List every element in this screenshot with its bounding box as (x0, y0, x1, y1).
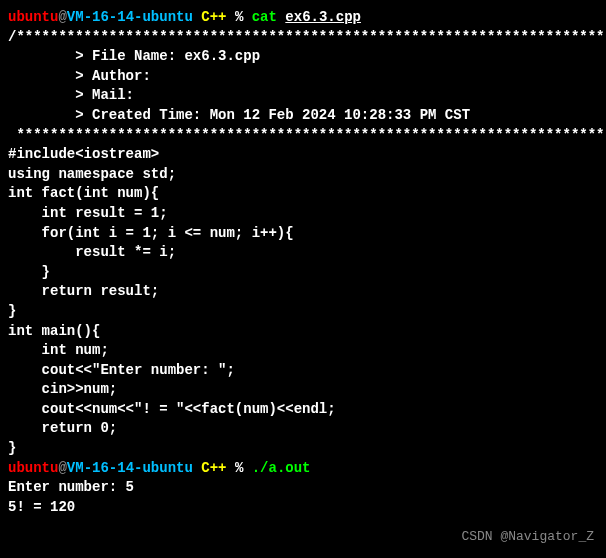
code-line: int fact(int num){ (8, 184, 598, 204)
created-time-line: > Created Time: Mon 12 Feb 2024 10:28:33… (8, 106, 598, 126)
argument: ex6.3.cpp (285, 9, 361, 25)
code-line: } (8, 263, 598, 283)
code-line: int main(){ (8, 322, 598, 342)
code-line: cout<<num<<"! = "<<fact(num)<<endl; (8, 400, 598, 420)
file-name-line: > File Name: ex6.3.cpp (8, 47, 598, 67)
comment-bot-border: ****************************************… (8, 126, 598, 146)
percent: % (235, 9, 243, 25)
code-line: int num; (8, 341, 598, 361)
author-line: > Author: (8, 67, 598, 87)
code-line: int result = 1; (8, 204, 598, 224)
prompt-line-1[interactable]: ubuntu@VM-16-14-ubuntu C++ % cat ex6.3.c… (8, 8, 598, 28)
host: VM-16-14-ubuntu (67, 9, 193, 25)
code-line: } (8, 302, 598, 322)
code-line: result *= i; (8, 243, 598, 263)
prompt-line-2[interactable]: ubuntu@VM-16-14-ubuntu C++ % ./a.out (8, 459, 598, 479)
dir: C++ (201, 460, 226, 476)
watermark: CSDN @Navigator_Z (461, 528, 594, 546)
code-line: return result; (8, 282, 598, 302)
comment-top-border: /***************************************… (8, 28, 598, 48)
command: cat (252, 9, 277, 25)
code-line: for(int i = 1; i <= num; i++){ (8, 224, 598, 244)
at-sign: @ (58, 460, 66, 476)
output-line: Enter number: 5 (8, 478, 598, 498)
user: ubuntu (8, 9, 58, 25)
code-line: #include<iostream> (8, 145, 598, 165)
percent: % (235, 460, 243, 476)
code-line: using namespace std; (8, 165, 598, 185)
code-line: } (8, 439, 598, 459)
command: ./a.out (252, 460, 311, 476)
code-line: cout<<"Enter number: "; (8, 361, 598, 381)
output-line: 5! = 120 (8, 498, 598, 518)
code-line: return 0; (8, 419, 598, 439)
mail-line: > Mail: (8, 86, 598, 106)
at-sign: @ (58, 9, 66, 25)
code-line: cin>>num; (8, 380, 598, 400)
user: ubuntu (8, 460, 58, 476)
host: VM-16-14-ubuntu (67, 460, 193, 476)
dir: C++ (201, 9, 226, 25)
